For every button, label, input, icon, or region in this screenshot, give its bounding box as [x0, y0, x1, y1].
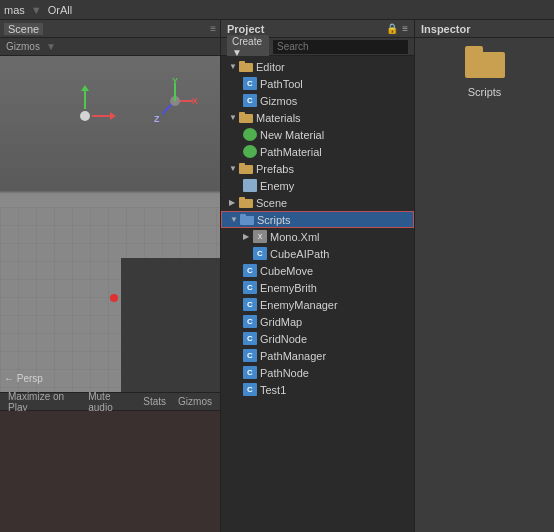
tree-label-gridnode: GridNode [260, 333, 307, 345]
inspector-scripts-label: Scripts [468, 86, 502, 98]
project-search-input[interactable] [273, 40, 408, 54]
project-header-icons: 🔒 ≡ [386, 23, 408, 34]
bottom-panel: Maximize on Play Mute audio Stats Gizmos [0, 392, 220, 532]
tree-item-prefabs[interactable]: ▼ Prefabs [221, 160, 414, 177]
tree-item-gizmos[interactable]: C Gizmos [221, 92, 414, 109]
script-icon-cubeaipath: C [253, 247, 267, 260]
menu-icon[interactable]: ≡ [402, 23, 408, 34]
project-tree: ▼ Editor C PathTool C Gizmos ▼ Materials [221, 56, 414, 532]
topbar-item-mas[interactable]: mas [4, 4, 25, 16]
script-icon-enemymanager: C [243, 298, 257, 311]
gizmo-arm-y [174, 83, 176, 101]
tree-item-enemymanager[interactable]: C EnemyManager [221, 296, 414, 313]
red-dot-marker [110, 294, 118, 302]
bottom-content [0, 411, 220, 532]
scene-view[interactable]: Y X Z ← Persp [0, 56, 220, 392]
tree-label-gridmap: GridMap [260, 316, 302, 328]
tree-label-enemybrith: EnemyBrith [260, 282, 317, 294]
inspector-content: Scripts [415, 38, 554, 532]
persp-label: ← Persp [4, 373, 43, 384]
folder-icon-editor [239, 61, 253, 72]
script-icon-cubemove: C [243, 264, 257, 277]
gizmos-dropdown-icon[interactable]: ▼ [46, 41, 56, 52]
inspector-title: Inspector [421, 23, 471, 35]
tree-label-prefabs: Prefabs [256, 163, 294, 175]
tree-item-pathmaterial[interactable]: PathMaterial [221, 143, 414, 160]
tab-gizmos[interactable]: Gizmos [174, 396, 216, 407]
tree-item-scene[interactable]: ▶ Scene [221, 194, 414, 211]
tree-arrow-scene: ▶ [229, 198, 239, 207]
gizmo-z-label: Z [154, 114, 160, 124]
folder-icon-scripts [240, 214, 254, 225]
tree-label-cubemove: CubeMove [260, 265, 313, 277]
create-button[interactable]: Create ▼ [227, 35, 269, 59]
script-icon-gridnode: C [243, 332, 257, 345]
xml-icon: X [253, 230, 267, 243]
tree-arrow-scripts: ▼ [230, 215, 240, 224]
project-title: Project [227, 23, 264, 35]
script-icon-test1: C [243, 383, 257, 396]
gizmos-toolbar-item[interactable]: Gizmos [4, 41, 42, 52]
scene-resize-handle: ≡ [210, 23, 216, 34]
folder-icon-scene [239, 197, 253, 208]
folder-icon-prefabs [239, 163, 253, 174]
tree-item-gridnode[interactable]: C GridNode [221, 330, 414, 347]
tree-label-cubeaipath: CubeAIPath [270, 248, 329, 260]
tab-maximize-on-play[interactable]: Maximize on Play [4, 391, 80, 413]
tree-item-scripts[interactable]: ▼ Scripts [221, 211, 414, 228]
script-icon-gizmos: C [243, 94, 257, 107]
tree-label-pathmanager: PathManager [260, 350, 326, 362]
scene-gizmo: Y X Z [150, 76, 200, 126]
tree-label-pathtool: PathTool [260, 78, 303, 90]
tab-mute-audio[interactable]: Mute audio [84, 391, 135, 413]
tree-label-editor: Editor [256, 61, 285, 73]
lock-icon[interactable]: 🔒 [386, 23, 398, 34]
tab-scene[interactable]: Scene [4, 23, 43, 35]
tree-item-newmaterial[interactable]: New Material [221, 126, 414, 143]
tree-arrow-mono-xml: ▶ [243, 232, 253, 241]
tree-arrow-editor: ▼ [229, 62, 239, 71]
script-icon-pathmanager: C [243, 349, 257, 362]
prefab-icon-enemy [243, 179, 257, 192]
bottom-tabs: Maximize on Play Mute audio Stats Gizmos [0, 393, 220, 411]
tree-item-enemy[interactable]: Enemy [221, 177, 414, 194]
tree-item-pathnode[interactable]: C PathNode [221, 364, 414, 381]
main-layout: Scene ≡ Gizmos ▼ Y X Z [0, 20, 554, 532]
folder-icon-materials [239, 112, 253, 123]
tree-item-mono-xml[interactable]: ▶ X Mono.Xml [221, 228, 414, 245]
inspector-panel: Inspector Scripts [415, 20, 554, 532]
topbar-item-orall[interactable]: OrAll [48, 4, 72, 16]
tree-item-cubeaipath[interactable]: C CubeAIPath [221, 245, 414, 262]
tree-item-gridmap[interactable]: C GridMap [221, 313, 414, 330]
script-icon-pathnode: C [243, 366, 257, 379]
tree-label-scene: Scene [256, 197, 287, 209]
project-toolbar: Create ▼ [221, 38, 414, 56]
tree-item-pathmanager[interactable]: C PathManager [221, 347, 414, 364]
scene-dark-area [121, 258, 220, 392]
left-panel: Scene ≡ Gizmos ▼ Y X Z [0, 20, 220, 532]
material-icon-path [243, 145, 257, 158]
top-bar: mas ▼ OrAll [0, 0, 554, 20]
tab-stats[interactable]: Stats [139, 396, 170, 407]
material-icon-new [243, 128, 257, 141]
tree-arrow-materials: ▼ [229, 113, 239, 122]
tree-item-pathtool[interactable]: C PathTool [221, 75, 414, 92]
tree-label-materials: Materials [256, 112, 301, 124]
tree-item-cubemove[interactable]: C CubeMove [221, 262, 414, 279]
tree-item-materials[interactable]: ▼ Materials [221, 109, 414, 126]
arrow-up [84, 89, 86, 109]
project-panel: Project 🔒 ≡ Create ▼ ▼ Editor C PathTool [220, 20, 415, 532]
tree-item-test1[interactable]: C Test1 [221, 381, 414, 398]
inspector-header: Inspector [415, 20, 554, 38]
tree-label-enemy: Enemy [260, 180, 294, 192]
script-icon-gridmap: C [243, 315, 257, 328]
tree-label-enemymanager: EnemyManager [260, 299, 338, 311]
script-icon-pathtool: C [243, 77, 257, 90]
tree-arrow-prefabs: ▼ [229, 164, 239, 173]
tree-label-test1: Test1 [260, 384, 286, 396]
scene-toolbar: Gizmos ▼ [0, 38, 220, 56]
tree-item-enemybrith[interactable]: C EnemyBrith [221, 279, 414, 296]
script-icon-enemybrith: C [243, 281, 257, 294]
tree-item-editor[interactable]: ▼ Editor [221, 58, 414, 75]
tree-label-newmaterial: New Material [260, 129, 324, 141]
